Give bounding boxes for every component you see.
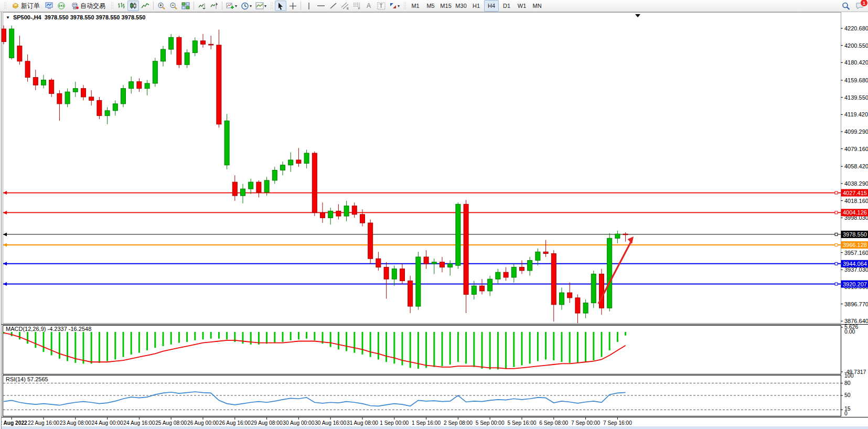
- candlestick: [480, 286, 485, 291]
- periods-button[interactable]: ▾: [239, 1, 253, 11]
- ohlc-values: 3978.550 3978.550 3978.550 3978.550: [45, 14, 146, 20]
- price-tick-label: 4159.680: [844, 77, 868, 83]
- search-button[interactable]: [840, 1, 852, 11]
- autotrade-robot-icon: [71, 2, 79, 9]
- hline-price-value: 3966.128: [843, 242, 867, 248]
- candlestick: [209, 44, 213, 45]
- arrows-icon: [389, 2, 397, 9]
- toolbar-drag-handle[interactable]: [270, 2, 273, 10]
- candlestick: [192, 41, 197, 53]
- candlestick: [464, 204, 468, 294]
- toolbar-drag-handle[interactable]: [4, 2, 6, 10]
- toolbar-drag-handle[interactable]: [403, 2, 406, 10]
- candlestick: [105, 111, 110, 116]
- vertical-line-tool-button[interactable]: [303, 1, 315, 11]
- channel-tool-button[interactable]: E: [339, 1, 351, 11]
- timeframe-m5-button[interactable]: M5: [423, 0, 438, 12]
- new-order-button[interactable]: 新订单: [8, 1, 43, 11]
- candlestick: [456, 204, 460, 265]
- indicators-icon: [226, 2, 234, 9]
- candlestick: [336, 211, 341, 216]
- fibonacci-tool-button[interactable]: F: [351, 1, 363, 11]
- candlestick: [304, 153, 309, 163]
- svg-text:E: E: [347, 7, 349, 10]
- chevron-down-icon[interactable]: ▼: [6, 15, 10, 20]
- candlestick: [360, 214, 365, 223]
- search-icon: [842, 2, 850, 10]
- arrows-tool-button[interactable]: ▾: [388, 1, 401, 11]
- new-order-label: 新订单: [21, 2, 40, 10]
- candlestick: [615, 234, 620, 238]
- tile-windows-button[interactable]: [180, 1, 191, 11]
- template-icon: [255, 2, 264, 9]
- timeframe-m1-button[interactable]: M1: [408, 0, 423, 12]
- zoom-in-button[interactable]: [156, 1, 167, 11]
- chart-shift-button[interactable]: [208, 1, 220, 11]
- price-tick-label: 4099.290: [844, 128, 868, 135]
- trendline-tool-button[interactable]: [327, 1, 339, 11]
- hline-price-value: 4027.415: [843, 190, 867, 196]
- autotrade-button[interactable]: 自动交易: [68, 1, 109, 11]
- time-tick-label: 2 Sep 08:00: [444, 420, 473, 426]
- hline-right-anchor[interactable]: [835, 211, 838, 214]
- bar-chart-mode-button[interactable]: [115, 1, 127, 11]
- notifications-button[interactable]: 1: [854, 1, 866, 11]
- hline-right-anchor[interactable]: [835, 233, 838, 235]
- templates-caret: ▾: [264, 4, 266, 8]
- candlestick: [528, 260, 532, 270]
- candlestick: [65, 92, 70, 104]
- macd-label: MACD(12,26,9) -4.2337 -16.2548: [6, 326, 91, 332]
- time-tick-label: 5 Sep 16:00: [508, 420, 537, 426]
- price-tick-label: 3957.160: [844, 250, 868, 256]
- horizontal-line-tool-button[interactable]: [315, 1, 327, 11]
- timeframe-h1-button[interactable]: H1: [469, 0, 484, 12]
- candlestick: [169, 37, 174, 49]
- candlestick: [296, 160, 301, 163]
- text-icon: A: [366, 2, 373, 9]
- chart-ohlc-header[interactable]: ▼ SP500-,H4 3978.550 3978.550 3978.550 3…: [5, 14, 146, 20]
- templates-button[interactable]: ▾: [254, 1, 268, 11]
- candlestick: [281, 165, 285, 170]
- candlestick: [471, 286, 476, 294]
- text-tool-button[interactable]: A: [363, 1, 375, 11]
- signal-button[interactable]: [56, 1, 67, 11]
- crosshair-tool-button[interactable]: [287, 1, 298, 11]
- cursor-tool-button[interactable]: [275, 1, 286, 11]
- rsi-axis-label: 50: [844, 392, 851, 398]
- candlestick: [448, 264, 453, 267]
- line-chart-mode-button[interactable]: [140, 1, 151, 11]
- hline-right-anchor[interactable]: [835, 244, 838, 246]
- line-chart-icon: [141, 2, 149, 9]
- signal-icon: [57, 2, 66, 10]
- timeframe-mn-button[interactable]: MN: [530, 0, 544, 12]
- hline-right-anchor[interactable]: [835, 262, 838, 265]
- zoom-out-button[interactable]: [168, 1, 179, 11]
- candlestick-mode-button[interactable]: [127, 1, 139, 11]
- chart-shift-icon: [210, 2, 218, 9]
- fibonacci-icon: F: [353, 2, 361, 10]
- market-watch-button[interactable]: [44, 1, 55, 11]
- separator: [194, 2, 194, 10]
- indicators-button[interactable]: ▾: [224, 1, 239, 11]
- timeframe-w1-button[interactable]: W1: [515, 0, 529, 12]
- price-tick-label: 4220.680: [844, 25, 868, 31]
- chart-canvas[interactable]: 4220.6804200.5504180.4204159.6804139.550…: [2, 12, 868, 429]
- hline-right-anchor[interactable]: [835, 283, 838, 285]
- periods-caret: ▾: [250, 4, 252, 8]
- tile-windows-icon: [181, 2, 190, 9]
- timeframe-d1-button[interactable]: D1: [499, 0, 514, 12]
- zoom-out-icon: [169, 2, 178, 10]
- timeframe-h4-button[interactable]: H4: [484, 0, 499, 12]
- timeframe-m15-button[interactable]: M15: [438, 0, 453, 12]
- price-tick-label: 3896.770: [844, 301, 868, 307]
- auto-scroll-button[interactable]: [196, 1, 208, 11]
- time-tick-label: 1 Sep 00:00: [380, 420, 409, 426]
- horizontal-scrollbar[interactable]: [2, 426, 868, 429]
- text-label-tool-button[interactable]: T: [376, 1, 387, 11]
- vertical-line-icon: [305, 2, 313, 10]
- toolbar-drag-handle[interactable]: [111, 2, 113, 10]
- hline-price-value: 4004.126: [843, 209, 867, 216]
- timeframe-m30-button[interactable]: M30: [454, 0, 468, 12]
- hline-right-anchor[interactable]: [835, 191, 838, 194]
- candlestick: [384, 267, 389, 279]
